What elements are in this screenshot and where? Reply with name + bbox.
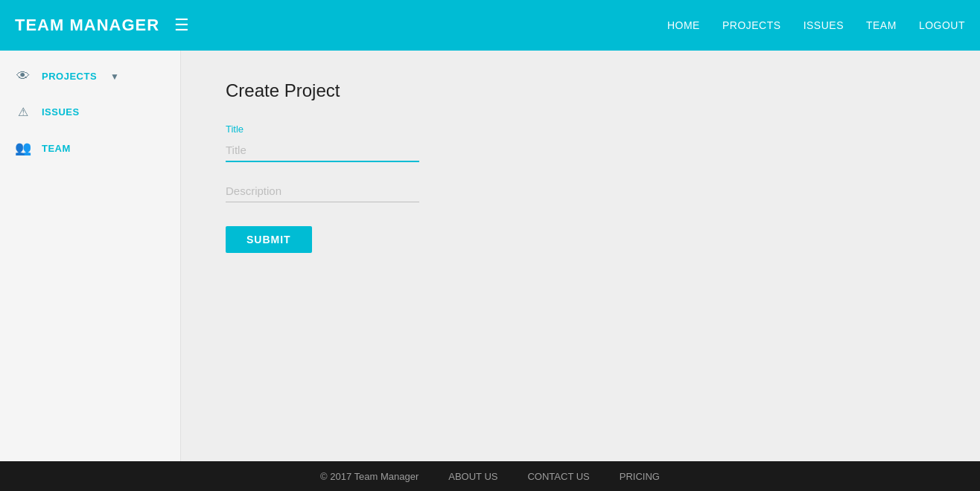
page-title: Create Project <box>226 80 935 101</box>
navbar-left: TEAM MANAGER ☰ <box>15 16 189 35</box>
sidebar: 👁 PROJECTS ▼ ⚠ ISSUES 👥 TEAM <box>0 51 181 461</box>
eye-icon: 👁 <box>15 68 31 84</box>
title-label: Title <box>226 123 935 135</box>
sidebar-item-issues[interactable]: ⚠ ISSUES <box>0 94 180 129</box>
nav-home[interactable]: HOME <box>667 19 700 31</box>
description-input[interactable] <box>226 180 419 202</box>
title-field-group: Title <box>226 123 935 162</box>
footer-about[interactable]: ABOUT US <box>448 471 497 482</box>
sidebar-item-team[interactable]: 👥 TEAM <box>0 129 180 167</box>
submit-button[interactable]: SUBMIT <box>226 226 312 253</box>
footer-pricing[interactable]: PRICING <box>620 471 660 482</box>
nav-projects[interactable]: PROJECTS <box>722 19 781 31</box>
sidebar-team-label: TEAM <box>42 143 71 154</box>
sidebar-item-projects[interactable]: 👁 PROJECTS ▼ <box>0 58 180 94</box>
footer: © 2017 Team Manager ABOUT US CONTACT US … <box>0 461 980 491</box>
warning-icon: ⚠ <box>15 105 31 119</box>
nav-issues[interactable]: ISSUES <box>804 19 844 31</box>
navbar: TEAM MANAGER ☰ HOME PROJECTS ISSUES TEAM… <box>0 0 980 51</box>
brand-title: TEAM MANAGER <box>15 16 159 35</box>
team-icon: 👥 <box>15 140 31 156</box>
hamburger-icon[interactable]: ☰ <box>174 16 189 35</box>
nav-logout[interactable]: LOGOUT <box>919 19 965 31</box>
navbar-right: HOME PROJECTS ISSUES TEAM LOGOUT <box>667 19 965 31</box>
footer-copyright: © 2017 Team Manager <box>320 471 419 482</box>
description-field-group <box>226 180 935 202</box>
main-wrapper: 👁 PROJECTS ▼ ⚠ ISSUES 👥 TEAM Create Proj… <box>0 51 980 461</box>
title-input[interactable] <box>226 139 419 162</box>
sidebar-issues-label: ISSUES <box>42 106 80 118</box>
content-area: Create Project Title SUBMIT <box>181 51 980 461</box>
nav-team[interactable]: TEAM <box>866 19 897 31</box>
sidebar-projects-label: PROJECTS <box>42 71 97 82</box>
chevron-down-icon: ▼ <box>110 71 119 82</box>
footer-contact[interactable]: CONTACT US <box>527 471 589 482</box>
